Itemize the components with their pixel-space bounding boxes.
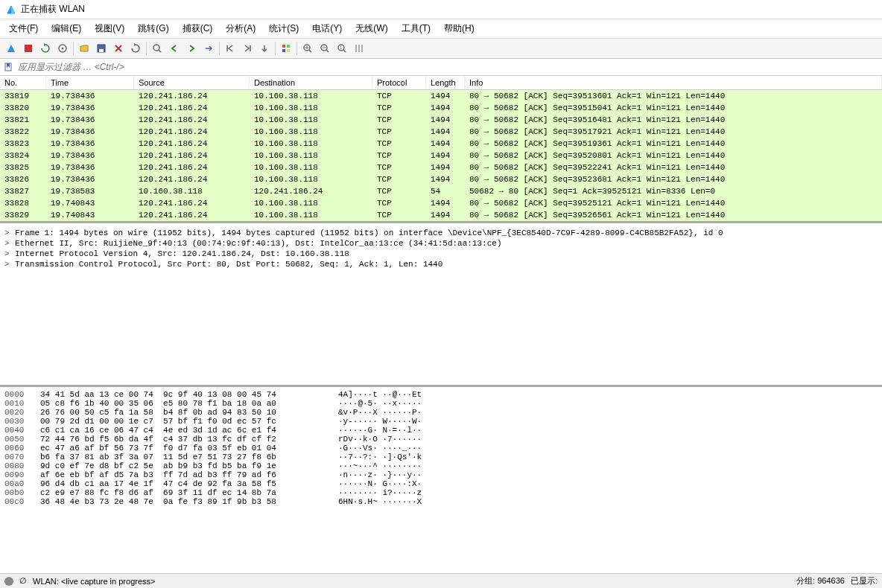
detail-row[interactable]: >Internet Protocol Version 4, Src: 120.2… xyxy=(3,249,879,259)
menu-item[interactable]: 跳转(G) xyxy=(132,21,174,36)
svg-rect-9 xyxy=(282,49,285,52)
go-to-packet-button[interactable] xyxy=(200,40,217,57)
bookmark-icon[interactable] xyxy=(3,62,13,72)
cell-dst: 10.160.38.118 xyxy=(250,103,372,113)
menu-item[interactable]: 无线(W) xyxy=(349,21,393,36)
cell-info: 80 → 50682 [ACK] Seq=39522241 Ack=1 Win=… xyxy=(465,162,882,173)
find-button[interactable] xyxy=(149,40,165,57)
packet-row[interactable]: 3382919.740843120.241.186.2410.160.38.11… xyxy=(0,209,882,221)
hex-ascii: ······G· N·=··l·· xyxy=(338,426,878,435)
menu-item[interactable]: 编辑(E) xyxy=(45,21,87,36)
restart-capture-button[interactable] xyxy=(37,40,54,57)
col-header-time[interactable]: Time xyxy=(46,76,134,89)
detail-row[interactable]: >Frame 1: 1494 bytes on wire (11952 bits… xyxy=(3,228,879,238)
packet-row[interactable]: 3381919.738436120.241.186.2410.160.38.11… xyxy=(0,90,882,102)
packet-bytes-pane[interactable]: 000034 41 5d aa 13 ce 00 74 9c 9f 40 13 … xyxy=(0,387,882,573)
col-header-length[interactable]: Length xyxy=(426,76,465,89)
packet-row[interactable]: 3382819.740843120.241.186.2410.160.38.11… xyxy=(0,197,882,209)
go-last-button[interactable] xyxy=(239,40,256,57)
menu-item[interactable]: 帮助(H) xyxy=(438,21,480,36)
hex-ascii: &v·P···X ······P· xyxy=(338,408,878,417)
colorize-button[interactable] xyxy=(278,40,294,57)
cell-info: 80 → 50682 [ACK] Seq=39526561 Ack=1 Win=… xyxy=(465,210,882,220)
packet-row[interactable]: 3382619.738436120.241.186.2410.160.38.11… xyxy=(0,173,882,185)
menu-item[interactable]: 分析(A) xyxy=(220,21,261,36)
detail-row[interactable]: >Transmission Control Protocol, Src Port… xyxy=(3,259,879,269)
col-header-source[interactable]: Source xyxy=(134,76,250,89)
reload-button[interactable] xyxy=(127,40,144,57)
packet-details-pane[interactable]: >Frame 1: 1494 bytes on wire (11952 bits… xyxy=(0,223,882,387)
menubar: 文件(F)编辑(E)视图(V)跳转(G)捕获(C)分析(A)统计(S)电话(Y)… xyxy=(0,19,882,39)
go-forward-button[interactable] xyxy=(183,40,200,57)
cell-src: 120.241.186.24 xyxy=(134,138,250,149)
packet-row[interactable]: 3382119.738436120.241.186.2410.160.38.11… xyxy=(0,114,882,126)
menu-item[interactable]: 视图(V) xyxy=(89,21,130,36)
resize-columns-button[interactable] xyxy=(351,40,367,57)
cell-time: 19.738436 xyxy=(46,174,134,185)
separator xyxy=(73,42,74,55)
auto-scroll-button[interactable] xyxy=(256,40,273,57)
hex-row[interactable]: 002026 76 00 50 c5 fa 1a 58 b4 8f 0b ad … xyxy=(3,408,879,417)
packet-row[interactable]: 3382419.738436120.241.186.2410.160.38.11… xyxy=(0,150,882,162)
packet-row[interactable]: 3382219.738436120.241.186.2410.160.38.11… xyxy=(0,126,882,138)
menu-item[interactable]: 电话(Y) xyxy=(306,21,348,36)
expand-icon[interactable]: > xyxy=(4,239,12,248)
cell-time: 19.738436 xyxy=(46,127,134,137)
col-header-destination[interactable]: Destination xyxy=(250,76,372,89)
hex-row[interactable]: 0090af 6e eb bf af d5 7a b3 ff 7d ad b3 … xyxy=(3,470,879,479)
capture-options-button[interactable] xyxy=(54,40,71,57)
hex-row[interactable]: 005072 44 76 bd f5 6b da 4f c4 37 db 13 … xyxy=(3,435,879,444)
packet-row[interactable]: 3382519.738436120.241.186.2410.160.38.11… xyxy=(0,162,882,173)
expand-icon[interactable]: > xyxy=(4,260,12,269)
cell-proto: TCP xyxy=(372,186,426,196)
packet-row[interactable]: 3382719.73858310.160.38.118120.241.186.2… xyxy=(0,185,882,197)
packet-row[interactable]: 3382019.738436120.241.186.2410.160.38.11… xyxy=(0,102,882,114)
cell-len: 1494 xyxy=(426,103,465,113)
col-header-no[interactable]: No. xyxy=(0,76,46,89)
menu-item[interactable]: 工具(T) xyxy=(396,21,437,36)
expand-icon[interactable]: > xyxy=(4,249,12,258)
expand-icon[interactable]: > xyxy=(4,229,12,237)
cell-dst: 10.160.38.118 xyxy=(250,162,372,173)
go-first-button[interactable] xyxy=(222,40,238,57)
hex-row[interactable]: 0070b6 fa 37 81 ab 3f 3a 07 11 5d e7 51 … xyxy=(3,453,879,461)
hex-row[interactable]: 00c036 48 4e b3 73 2e 48 7e 0a fe f3 89 … xyxy=(3,497,879,506)
hex-row[interactable]: 0060ec 47 a6 af bf 56 73 7f f0 d7 fa 03 … xyxy=(3,444,879,453)
menu-item[interactable]: 文件(F) xyxy=(3,21,44,36)
save-file-button[interactable] xyxy=(93,40,110,57)
packet-list-body[interactable]: 3381919.738436120.241.186.2410.160.38.11… xyxy=(0,90,882,221)
hex-ascii: 4A]····t ··@···Et xyxy=(338,390,878,399)
packet-row[interactable]: 3382319.738436120.241.186.2410.160.38.11… xyxy=(0,138,882,150)
cell-dst: 10.160.38.118 xyxy=(250,127,372,137)
hex-row[interactable]: 0040c6 c1 ca 16 ce 06 47 c4 4e ed 3d 1d … xyxy=(3,426,879,435)
cell-proto: TCP xyxy=(372,91,426,101)
menu-item[interactable]: 统计(S) xyxy=(263,21,305,36)
display-filter-input[interactable] xyxy=(16,60,879,74)
expert-info-icon[interactable] xyxy=(4,577,13,586)
zoom-out-button[interactable] xyxy=(317,40,333,57)
cell-len: 1494 xyxy=(426,162,465,173)
go-back-button[interactable] xyxy=(166,40,183,57)
hex-row[interactable]: 001005 c8 f6 1b 40 00 35 06 e5 80 78 f1 … xyxy=(3,399,879,408)
hex-row[interactable]: 003000 79 2d d1 00 00 1e c7 57 bf f1 f0 … xyxy=(3,417,879,426)
cell-len: 1494 xyxy=(426,174,465,185)
hex-row[interactable]: 000034 41 5d aa 13 ce 00 74 9c 9f 40 13 … xyxy=(3,390,879,399)
open-file-button[interactable] xyxy=(76,40,92,57)
menu-item[interactable]: 捕获(C) xyxy=(177,21,219,36)
cell-len: 1494 xyxy=(426,127,465,137)
hex-ascii: ·y-····· W·····W· xyxy=(338,417,878,426)
zoom-in-button[interactable] xyxy=(299,40,316,57)
cell-time: 19.740843 xyxy=(46,210,134,220)
hex-row[interactable]: 00b0c2 e9 e7 88 fc f8 d6 af 69 3f 11 df … xyxy=(3,488,879,497)
col-header-protocol[interactable]: Protocol xyxy=(372,76,426,89)
col-header-info[interactable]: Info xyxy=(465,76,882,89)
hex-bytes: ec 47 a6 af bf 56 73 7f f0 d7 fa 03 5f e… xyxy=(40,444,338,453)
hex-row[interactable]: 00809d c0 ef 7e d8 bf c2 5e ab b9 b3 fd … xyxy=(3,461,879,470)
close-file-button[interactable] xyxy=(110,40,127,57)
zoom-reset-button[interactable]: 1 xyxy=(334,40,350,57)
start-capture-button[interactable] xyxy=(3,40,19,57)
hex-offset: 0060 xyxy=(4,444,40,453)
detail-row[interactable]: >Ethernet II, Src: RuijieNe_9f:40:13 (00… xyxy=(3,238,879,249)
hex-row[interactable]: 00a096 d4 db c1 aa 17 4e 1f 47 c4 de 92 … xyxy=(3,479,879,488)
stop-capture-button[interactable] xyxy=(20,40,37,57)
